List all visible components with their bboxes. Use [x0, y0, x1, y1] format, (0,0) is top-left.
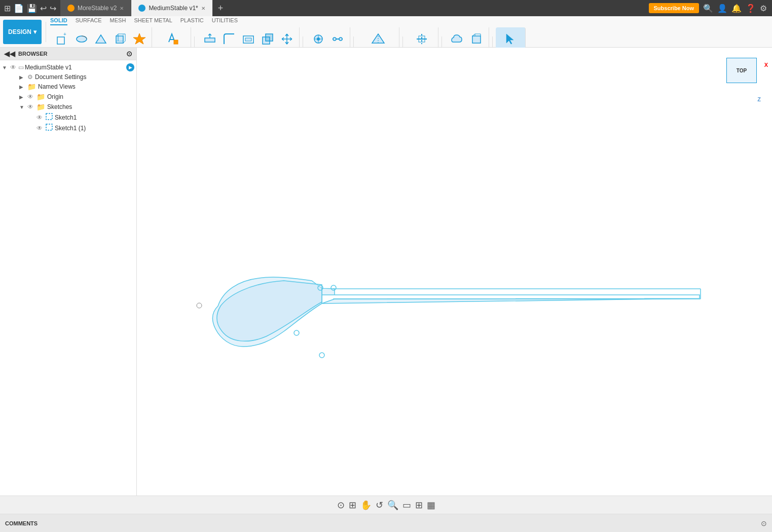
inspect-icons	[413, 31, 431, 49]
tab-label-1: MoreStable v2	[78, 5, 117, 12]
shell-btn[interactable]	[239, 31, 258, 49]
grid-icon[interactable]: ⊞	[349, 500, 356, 511]
folder-views: 📁	[27, 83, 36, 91]
control-pt-3[interactable]	[294, 330, 299, 335]
control-pt-5[interactable]	[197, 303, 202, 308]
search-icon[interactable]: 🔍	[703, 4, 713, 13]
axis-z-label: Z	[757, 96, 761, 102]
joint-btn[interactable]	[328, 31, 347, 49]
sketches-label: Sketches	[47, 103, 134, 110]
move-btn[interactable]	[278, 31, 296, 49]
tree-item-named-views[interactable]: ▶ 📁 Named Views	[0, 82, 136, 92]
modify-icons	[201, 31, 296, 49]
create-special-btn[interactable]	[130, 31, 149, 49]
folder-root: ▭	[18, 64, 24, 71]
svg-rect-0	[57, 37, 64, 44]
tab-more-stable[interactable]: MoreStable v2 ✕	[60, 0, 131, 16]
svg-rect-24	[46, 124, 52, 130]
press-pull-btn[interactable]	[201, 31, 219, 49]
eye-origin[interactable]: 👁	[27, 93, 33, 100]
loft-icon	[94, 32, 108, 48]
expand-doc: ▶	[19, 74, 25, 80]
settings-icon[interactable]: ▦	[427, 500, 435, 511]
eye-sketches[interactable]: 👁	[27, 103, 33, 110]
zoom-icon[interactable]: 🔍	[387, 500, 398, 511]
view-cube-top[interactable]: TOP	[726, 58, 757, 83]
browser-collapse-btn[interactable]: ◀◀	[4, 50, 15, 58]
tree-item-sketch1[interactable]: 👁 Sketch1	[0, 112, 136, 123]
assemble-new-btn[interactable]	[309, 31, 327, 49]
grid2-icon[interactable]: ⊞	[415, 500, 423, 511]
profile-icon[interactable]: ⚙	[760, 4, 767, 13]
tree-item-origin[interactable]: ▶ 👁 📁 Origin	[0, 92, 136, 102]
create-revolve-btn[interactable]	[72, 31, 91, 49]
tab-mesh[interactable]: MESH	[110, 17, 126, 25]
automate-icon	[165, 32, 179, 48]
svg-rect-7	[205, 38, 215, 42]
gear-settings: ⚙	[27, 73, 33, 81]
user-icon[interactable]: 👤	[717, 4, 727, 13]
apps-icon[interactable]: ⊞	[4, 4, 11, 13]
construct-btn[interactable]	[369, 31, 387, 49]
svg-rect-23	[46, 113, 52, 120]
eye-sketch1[interactable]: 👁	[36, 114, 43, 121]
sketch1-1-label: Sketch1 (1)	[55, 125, 134, 132]
combine-btn[interactable]	[259, 31, 277, 49]
svg-marker-3	[96, 35, 106, 43]
create-extrude-btn[interactable]: +	[53, 31, 71, 49]
svg-rect-9	[245, 38, 251, 41]
tab-plastic[interactable]: PLASTIC	[180, 17, 204, 25]
expand-views: ▶	[19, 84, 25, 90]
sketch-viewport	[137, 48, 772, 496]
fillet-btn[interactable]	[220, 31, 238, 49]
insert-cloud-btn[interactable]	[448, 31, 466, 49]
tab-close-2[interactable]: ✕	[201, 6, 205, 11]
save-icon[interactable]: 💾	[27, 4, 37, 13]
inspect-btn[interactable]	[413, 31, 431, 49]
svg-point-15	[339, 37, 342, 41]
subscribe-button[interactable]: Subscribe Now	[649, 3, 699, 13]
browser-close-btn[interactable]: ⊙	[126, 50, 132, 58]
tab-add-button[interactable]: +	[213, 0, 229, 16]
insert-svgdxf-btn[interactable]	[467, 31, 486, 49]
eye-root[interactable]: 👁	[10, 64, 16, 71]
notification-icon[interactable]: 🔔	[731, 4, 742, 13]
file-icon[interactable]: 📄	[14, 4, 24, 13]
eye-sketch1-1[interactable]: 👁	[36, 125, 43, 132]
undo-icon[interactable]: ↩	[40, 4, 47, 13]
view-icon[interactable]: ▭	[402, 500, 411, 511]
create-loft-btn[interactable]	[92, 31, 110, 49]
tab-utilities[interactable]: UTILITIES	[212, 17, 238, 25]
create-box-btn[interactable]	[111, 31, 129, 49]
design-arrow: ▾	[33, 28, 36, 35]
pan-icon[interactable]: ✋	[360, 500, 372, 511]
comments-close-btn[interactable]: ⊙	[761, 519, 767, 527]
tab-surface[interactable]: SURFACE	[76, 17, 102, 25]
select-btn[interactable]	[501, 31, 520, 49]
svg-point-14	[333, 37, 336, 41]
extrude-icon: +	[55, 32, 69, 48]
tab-icon-blue	[138, 5, 145, 12]
help-icon[interactable]: ❓	[746, 4, 756, 13]
redo-icon[interactable]: ↪	[50, 4, 56, 13]
control-pt-4[interactable]	[319, 353, 324, 358]
svg-rect-4	[116, 36, 123, 43]
design-button[interactable]: DESIGN ▾	[3, 20, 42, 44]
root-info-badge[interactable]: ▶	[126, 63, 134, 71]
automate-btn[interactable]	[163, 31, 181, 49]
orbit-icon[interactable]: ⊙	[337, 500, 345, 511]
canvas-area[interactable]: TOP X Z	[137, 48, 772, 496]
tree-item-root[interactable]: ▼ 👁 ▭ MediumStable v1 ▶	[0, 62, 136, 72]
tab-solid[interactable]: SOLID	[50, 17, 67, 25]
tab-medium-stable[interactable]: MediumStable v1* ✕	[131, 0, 212, 16]
tree-item-sketch1-1[interactable]: 👁 Sketch1 (1)	[0, 123, 136, 133]
select-icons	[501, 31, 520, 49]
tree-item-sketches[interactable]: ▼ 👁 📁 Sketches	[0, 102, 136, 112]
box-icon	[113, 32, 127, 48]
tab-sheet-metal[interactable]: SHEET METAL	[134, 17, 172, 25]
tab-bar: MoreStable v2 ✕ MediumStable v1* ✕ +	[60, 0, 644, 16]
fit-icon[interactable]: ↺	[376, 500, 383, 511]
tree-item-doc-settings[interactable]: ▶ ⚙ Document Settings	[0, 72, 136, 82]
tab-close-1[interactable]: ✕	[120, 6, 124, 11]
view-cube[interactable]: TOP X Z	[726, 58, 762, 93]
